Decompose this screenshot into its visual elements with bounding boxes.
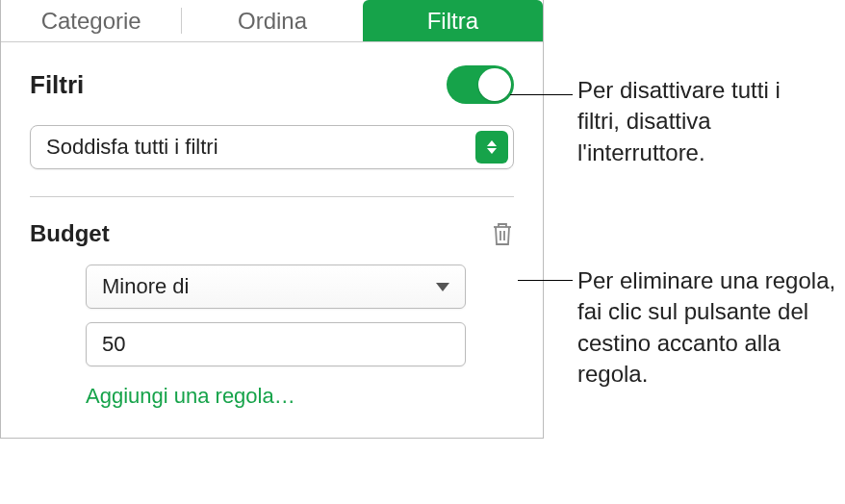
divider (30, 196, 514, 197)
tab-categories[interactable]: Categorie (1, 0, 181, 41)
chevron-down-icon (436, 283, 449, 291)
operator-label: Minore di (102, 274, 436, 299)
match-mode-select[interactable]: Soddisfa tutti i filtri (30, 125, 514, 169)
add-rule-link[interactable]: Aggiungi una regola… (86, 384, 514, 409)
match-mode-label: Soddisfa tutti i filtri (31, 135, 475, 160)
rule-body: Minore di 50 Aggiungi una regola… (30, 265, 514, 409)
tab-sort[interactable]: Ordina (182, 0, 362, 41)
callout-toggle: Per disattivare tutti i filtri, disattiv… (577, 75, 828, 168)
operator-select[interactable]: Minore di (86, 265, 466, 309)
callout-line-toggle (510, 94, 573, 95)
callout-trash: Per eliminare una regola, fai clic sul p… (577, 265, 839, 391)
value-text: 50 (102, 332, 125, 357)
panel-tabs: Categorie Ordina Filtra (1, 0, 543, 42)
filters-header-row: Filtri (30, 65, 514, 104)
filters-title: Filtri (30, 70, 84, 100)
chevron-up-icon (487, 140, 497, 146)
rule-header: Budget (30, 220, 514, 247)
toggle-knob (478, 68, 511, 101)
chevron-down-icon (487, 148, 497, 154)
trash-icon (491, 220, 514, 247)
filter-panel: Categorie Ordina Filtra Filtri Soddisfa … (0, 0, 544, 439)
delete-rule-button[interactable] (491, 220, 514, 247)
rule-column-name: Budget (30, 220, 110, 247)
callout-line-trash (518, 280, 573, 281)
tab-filter[interactable]: Filtra (363, 0, 543, 41)
dropdown-icon (475, 131, 508, 164)
panel-content: Filtri Soddisfa tutti i filtri Budget (1, 42, 543, 438)
value-input[interactable]: 50 (86, 322, 466, 366)
filters-toggle[interactable] (447, 65, 514, 104)
